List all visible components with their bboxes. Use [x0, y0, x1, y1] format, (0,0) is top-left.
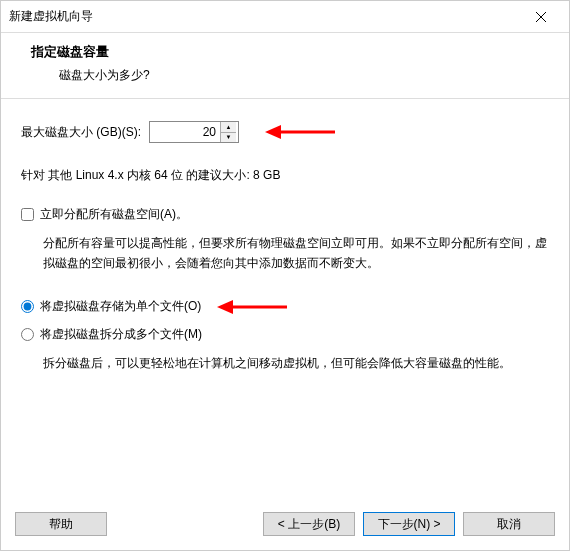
store-split-row: 将虚拟磁盘拆分成多个文件(M) [21, 326, 549, 343]
allocate-now-label: 立即分配所有磁盘空间(A)。 [40, 206, 188, 223]
window-title: 新建虚拟机向导 [9, 8, 521, 25]
titlebar: 新建虚拟机向导 [1, 1, 569, 33]
close-icon [536, 12, 546, 22]
help-button[interactable]: 帮助 [15, 512, 107, 536]
store-single-label: 将虚拟磁盘存储为单个文件(O) [40, 298, 201, 315]
annotation-arrow-icon [265, 123, 335, 141]
spin-buttons: ▲ ▼ [220, 122, 236, 142]
cancel-button[interactable]: 取消 [463, 512, 555, 536]
spin-up-button[interactable]: ▲ [221, 122, 236, 133]
disk-size-spinbox[interactable]: ▲ ▼ [149, 121, 239, 143]
allocate-now-checkbox[interactable] [21, 208, 34, 221]
wizard-footer: 帮助 < 上一步(B) 下一步(N) > 取消 [1, 502, 569, 550]
close-button[interactable] [521, 3, 561, 31]
store-single-radio[interactable] [21, 300, 34, 313]
page-subtitle: 磁盘大小为多少? [31, 67, 539, 84]
store-split-label: 将虚拟磁盘拆分成多个文件(M) [40, 326, 202, 343]
disk-size-input[interactable] [150, 122, 220, 142]
recommended-size: 针对 其他 Linux 4.x 内核 64 位 的建议大小: 8 GB [21, 167, 549, 184]
next-button[interactable]: 下一步(N) > [363, 512, 455, 536]
back-button[interactable]: < 上一步(B) [263, 512, 355, 536]
page-title: 指定磁盘容量 [31, 43, 539, 61]
wizard-header: 指定磁盘容量 磁盘大小为多少? [1, 33, 569, 99]
allocate-now-row: 立即分配所有磁盘空间(A)。 [21, 206, 549, 223]
store-split-desc: 拆分磁盘后，可以更轻松地在计算机之间移动虚拟机，但可能会降低大容量磁盘的性能。 [21, 353, 549, 373]
annotation-arrow-icon [217, 298, 287, 316]
spin-down-button[interactable]: ▼ [221, 133, 236, 143]
disk-size-label: 最大磁盘大小 (GB)(S): [21, 124, 141, 141]
wizard-content: 最大磁盘大小 (GB)(S): ▲ ▼ 针对 其他 Linux 4.x 内核 6… [1, 99, 569, 407]
disk-size-row: 最大磁盘大小 (GB)(S): ▲ ▼ [21, 121, 549, 143]
store-single-row: 将虚拟磁盘存储为单个文件(O) [21, 298, 549, 316]
allocate-now-desc: 分配所有容量可以提高性能，但要求所有物理磁盘空间立即可用。如果不立即分配所有空间… [21, 233, 549, 274]
store-split-radio[interactable] [21, 328, 34, 341]
